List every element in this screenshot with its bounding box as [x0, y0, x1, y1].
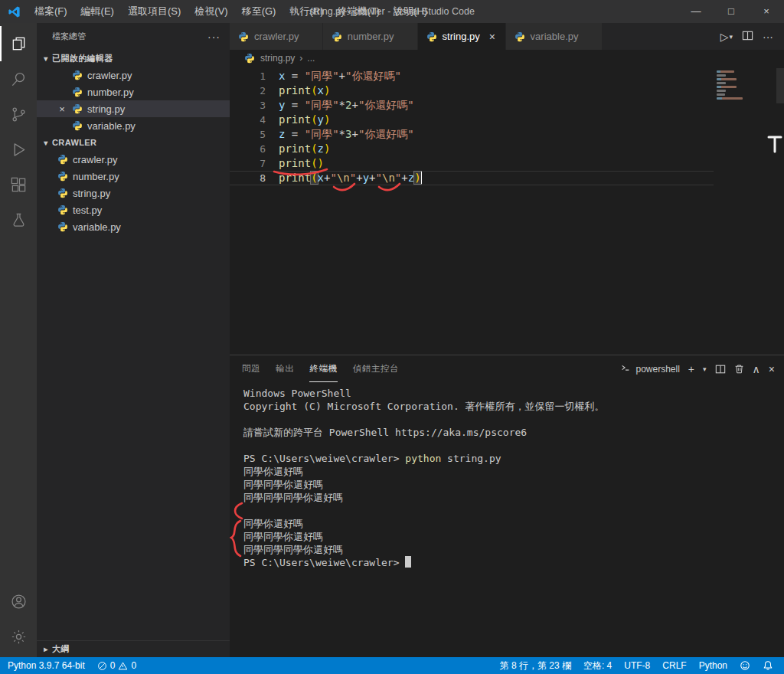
panel-tab[interactable]: 問題: [242, 355, 260, 382]
testing-icon[interactable]: [0, 202, 37, 237]
breadcrumb-file[interactable]: string.py: [260, 53, 295, 64]
python-file-icon: [71, 103, 83, 115]
close-icon[interactable]: ×: [57, 103, 67, 115]
explorer-icon[interactable]: [0, 26, 37, 61]
python-interpreter-status[interactable]: Python 3.9.7 64-bit: [2, 657, 91, 674]
file-tree-item[interactable]: test.py: [37, 201, 230, 218]
problems-status[interactable]: 0 0: [91, 657, 142, 674]
line-number: 4: [230, 113, 279, 127]
outline-section-header[interactable]: ▸ 大綱: [37, 640, 230, 657]
minimize-button[interactable]: —: [678, 0, 714, 23]
panel-tab[interactable]: 終端機: [309, 355, 337, 382]
menu-item[interactable]: 檢視(V): [188, 0, 234, 23]
sidebar-more-actions-icon[interactable]: ···: [207, 31, 220, 43]
menu-item[interactable]: 檔案(F): [28, 0, 74, 23]
menu-item[interactable]: 編輯(E): [74, 0, 121, 23]
eol-status[interactable]: CRLF: [656, 657, 692, 674]
window-title: string.py - crawler - Visual Studio Code: [309, 6, 475, 17]
breadcrumb-separator-icon: ›: [299, 53, 302, 64]
python-file-icon: [57, 170, 69, 182]
line-number: 2: [230, 83, 279, 98]
python-file-icon: [71, 119, 83, 132]
run-python-file-button[interactable]: ▷▾: [720, 31, 733, 43]
run-debug-icon[interactable]: [0, 132, 37, 167]
vscode-window: 檔案(F)編輯(E)選取項目(S)檢視(V)移至(G)執行(R)終端機(T)說明…: [0, 0, 784, 674]
close-panel-button[interactable]: ×: [769, 363, 775, 375]
terminal-dropdown-chevron-icon[interactable]: ▾: [703, 365, 707, 373]
settings-icon[interactable]: [0, 619, 37, 654]
file-name: crawler.py: [87, 70, 132, 81]
account-icon[interactable]: [0, 584, 37, 619]
open-editor-item[interactable]: ×number.py: [37, 83, 230, 100]
editor-tab[interactable]: string.py×: [418, 23, 506, 50]
indentation-status[interactable]: 空格: 4: [577, 657, 618, 674]
open-editors-header[interactable]: ▾ 已開啟的編輯器: [37, 50, 230, 67]
file-tree-item[interactable]: variable.py: [37, 218, 230, 235]
chevron-down-icon: ▾: [40, 54, 52, 63]
minimap[interactable]: [717, 70, 773, 101]
encoding-status[interactable]: UTF-8: [618, 657, 656, 674]
terminal-line: PS C:\Users\weiwe\crawler>: [243, 556, 784, 569]
code-line: 3y = "同學"*2+"你還好嗎": [230, 98, 714, 113]
code-editor[interactable]: 1x = "同學"+"你還好嗎"2print(x)3y = "同學"*2+"你還…: [230, 67, 784, 355]
kill-terminal-button[interactable]: [734, 364, 744, 374]
breadcrumb-symbol[interactable]: ...: [307, 53, 315, 64]
terminal-line: 同學你還好嗎: [243, 517, 784, 530]
maximize-button[interactable]: □: [714, 0, 749, 23]
cursor-position-status[interactable]: 第 8 行，第 23 欄: [494, 657, 577, 674]
editor-group: crawler.py×number.py×string.py×variable.…: [230, 23, 784, 657]
line-number: 7: [230, 156, 279, 171]
warning-count: 0: [131, 660, 136, 671]
open-editor-item[interactable]: ×crawler.py: [37, 67, 230, 83]
terminal-line: 同學同學你還好嗎: [243, 478, 784, 491]
file-tree-item[interactable]: number.py: [37, 168, 230, 185]
menu-item[interactable]: 選取項目(S): [121, 0, 188, 23]
code-line: 7print(): [230, 156, 714, 171]
minimap-slider[interactable]: [776, 68, 784, 103]
extensions-icon[interactable]: [0, 167, 37, 202]
editor-tab[interactable]: variable.py×: [506, 23, 603, 50]
run-dropdown-chevron-icon[interactable]: ▾: [729, 33, 733, 41]
folder-section-header[interactable]: ▾ CRAWLER: [37, 134, 230, 151]
search-icon[interactable]: [0, 61, 37, 97]
code-text: print(): [279, 156, 324, 171]
split-terminal-button[interactable]: [715, 364, 726, 375]
terminal-line: Windows PowerShell: [243, 387, 784, 400]
editor-more-actions-icon[interactable]: ···: [763, 31, 773, 43]
close-button[interactable]: ×: [749, 0, 784, 23]
panel-tabs: 問題輸出終端機偵錯主控台: [242, 355, 414, 382]
python-file-icon: [57, 187, 69, 199]
terminal-line: [243, 413, 784, 426]
file-name: crawler.py: [73, 154, 118, 165]
source-control-icon[interactable]: [0, 97, 37, 132]
language-mode-status[interactable]: Python: [693, 657, 733, 674]
panel-tab[interactable]: 偵錯主控台: [353, 355, 400, 382]
notifications-bell-icon[interactable]: [756, 657, 779, 674]
line-number: 8: [230, 171, 279, 185]
tab-label: number.py: [348, 31, 394, 42]
new-terminal-button[interactable]: +: [688, 363, 694, 375]
terminal-profile-select[interactable]: powershell: [620, 362, 679, 375]
code-text: print(x+"\n"+y+"\n"+z): [279, 171, 422, 185]
terminal[interactable]: Windows PowerShellCopyright (C) Microsof…: [230, 382, 784, 658]
breadcrumb[interactable]: string.py › ...: [230, 50, 784, 67]
python-file-icon: [57, 153, 69, 165]
maximize-panel-button[interactable]: ∧: [753, 363, 760, 375]
file-tree-item[interactable]: crawler.py: [37, 151, 230, 168]
panel-tab[interactable]: 輸出: [276, 355, 294, 382]
open-editor-item[interactable]: ×variable.py: [37, 117, 230, 134]
title-bar: 檔案(F)編輯(E)選取項目(S)檢視(V)移至(G)執行(R)終端機(T)說明…: [0, 0, 784, 23]
menu-item[interactable]: 移至(G): [235, 0, 283, 23]
editor-tab[interactable]: number.py×: [323, 23, 418, 50]
feedback-smiley-icon[interactable]: [733, 657, 756, 674]
file-tree-item[interactable]: string.py: [37, 185, 230, 201]
editor-tab[interactable]: crawler.py×: [230, 23, 323, 50]
panel-actions: powershell + ▾ ∧ ×: [620, 362, 775, 375]
code-text: print(x): [279, 83, 330, 98]
tab-close-icon[interactable]: ×: [489, 31, 495, 43]
split-editor-button[interactable]: [742, 30, 753, 44]
activity-bar-bottom: [0, 584, 37, 657]
code-text: z = "同學"*3+"你還好嗎": [279, 127, 414, 142]
tab-label: variable.py: [531, 31, 579, 42]
open-editor-item[interactable]: ×string.py: [37, 100, 230, 117]
